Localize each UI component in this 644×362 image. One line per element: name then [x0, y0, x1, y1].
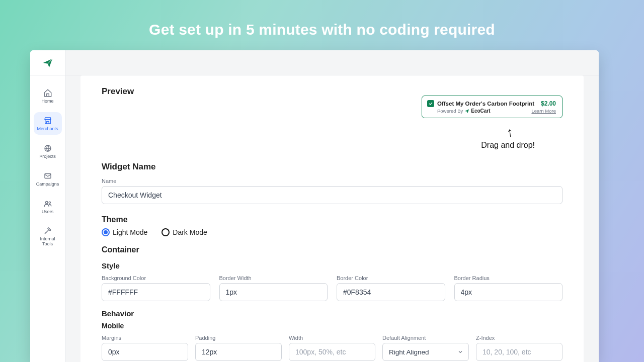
mail-icon	[43, 171, 52, 180]
marketing-headline: Get set up in 5 minutes with no coding r…	[0, 0, 644, 38]
theme-section-title: Theme	[102, 215, 562, 224]
sidebar-item-label: Internal Tools	[35, 237, 61, 247]
border-width-label: Border Width	[219, 275, 328, 281]
store-icon	[43, 116, 52, 125]
home-icon	[43, 88, 52, 98]
padding-label: Padding	[195, 335, 282, 341]
mobile-subhead: Mobile	[102, 322, 562, 330]
sidebar-item-home[interactable]: Home	[34, 84, 62, 107]
theme-radio-light[interactable]: Light Mode	[102, 228, 147, 236]
users-icon	[43, 199, 52, 208]
preview-heading: Preview	[102, 86, 562, 97]
radio-label: Light Mode	[113, 228, 147, 236]
padding-input[interactable]	[195, 343, 282, 361]
alignment-select[interactable]: Right Aligned	[382, 343, 469, 361]
style-subhead: Style	[102, 261, 562, 270]
radio-label: Dark Mode	[173, 228, 207, 236]
sidebar-item-label: Merchants	[37, 127, 58, 132]
bg-color-input[interactable]	[102, 283, 210, 301]
zindex-label: Z-Index	[476, 335, 562, 341]
preview-widget-card[interactable]: Offset My Order's Carbon Footprint $2.00…	[422, 96, 562, 118]
sidebar-item-label: Projects	[39, 154, 56, 159]
theme-radio-dark[interactable]: Dark Mode	[162, 228, 207, 236]
name-field-label: Name	[102, 178, 562, 184]
sidebar-item-merchants[interactable]: Merchants	[34, 112, 62, 135]
border-color-label: Border Color	[337, 275, 445, 281]
chevron-down-icon	[457, 349, 463, 355]
svg-point-2	[45, 201, 48, 204]
container-section-title: Container	[102, 245, 562, 254]
widget-name-section-title: Widget Name	[102, 162, 562, 172]
behavior-subhead: Behavior	[102, 309, 562, 318]
border-width-input[interactable]	[219, 283, 328, 301]
globe-icon	[43, 144, 52, 153]
widget-name-input[interactable]	[102, 186, 562, 204]
alignment-value: Right Aligned	[389, 348, 429, 356]
drag-drop-annotation: ↑ Drag and drop!	[481, 126, 535, 150]
paper-plane-icon	[464, 109, 469, 114]
sidebar-item-label: Campaigns	[36, 182, 59, 187]
svg-point-3	[49, 202, 50, 203]
border-radius-label: Border Radius	[454, 275, 563, 281]
app-window: Home Merchants Projects Campaigns Users	[30, 50, 599, 362]
sidebar-item-campaigns[interactable]: Campaigns	[34, 167, 62, 190]
paper-plane-icon	[42, 57, 53, 68]
sidebar-item-label: Users	[42, 210, 54, 215]
tools-icon	[43, 226, 52, 235]
learn-more-link[interactable]: Learn More	[531, 108, 556, 114]
alignment-label: Default Alignment	[382, 335, 469, 341]
sidebar-item-label: Home	[41, 99, 53, 104]
margins-label: Margins	[102, 335, 188, 341]
radio-icon	[102, 228, 110, 236]
margins-input[interactable]	[102, 343, 188, 361]
zindex-input[interactable]	[476, 343, 562, 361]
border-color-input[interactable]	[337, 283, 445, 301]
width-label: Width	[289, 335, 375, 341]
border-radius-input[interactable]	[454, 283, 563, 301]
sidebar-item-projects[interactable]: Projects	[34, 140, 62, 162]
sidebar: Home Merchants Projects Campaigns Users	[30, 50, 65, 362]
widget-title: Offset My Order's Carbon Footprint	[437, 101, 536, 107]
radio-icon	[162, 228, 170, 236]
brand-name: EcoCart	[471, 108, 490, 114]
annotation-text: Drag and drop!	[481, 141, 535, 149]
brand-logo	[30, 50, 65, 75]
widget-price: $2.00	[541, 100, 556, 107]
width-input[interactable]	[289, 343, 375, 361]
powered-by-label: Powered By	[437, 108, 463, 114]
sidebar-item-users[interactable]: Users	[34, 195, 62, 218]
bg-color-label: Background Color	[102, 275, 210, 281]
sidebar-item-internal-tools[interactable]: Internal Tools	[34, 222, 62, 250]
checkbox-checked-icon[interactable]	[427, 100, 434, 107]
